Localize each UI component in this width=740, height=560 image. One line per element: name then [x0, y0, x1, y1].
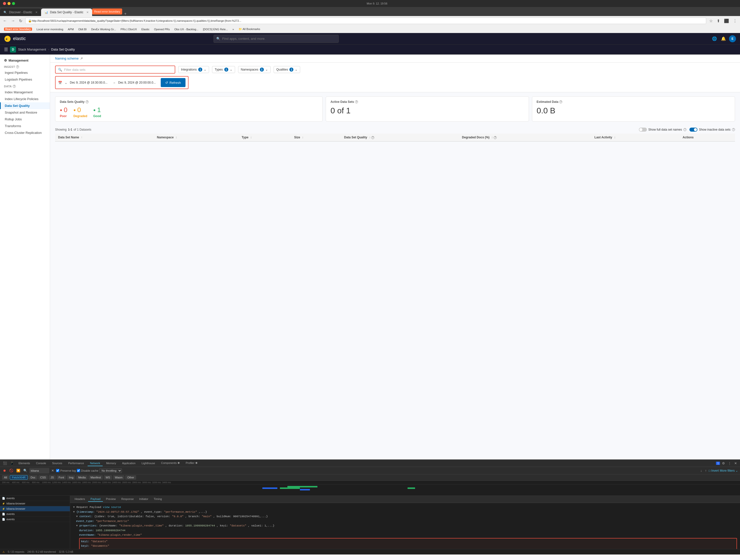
- devtools-tab-performance[interactable]: Performance: [66, 461, 87, 466]
- bookmark-button[interactable]: ☆: [708, 17, 714, 24]
- sidebar-item-rollup-jobs[interactable]: Rollup Jobs: [0, 116, 50, 123]
- tab-discover[interactable]: 🔍 Discover - Elastic ✕: [0, 8, 41, 16]
- devtools-tab-memory[interactable]: Memory: [104, 461, 119, 466]
- devtools-tab-elements[interactable]: Elements: [16, 461, 32, 466]
- bookmark-docs-eng[interactable]: [DOCS] ENG Rele...: [201, 27, 230, 31]
- sidebar-item-transforms[interactable]: Transforms: [0, 123, 50, 129]
- devtools-filter-button[interactable]: 🔽: [15, 468, 21, 473]
- sidebar-item-cross-cluster[interactable]: Cross-Cluster Replication: [0, 129, 50, 136]
- bookmark-opened-prs[interactable]: Opened PRs: [152, 27, 172, 31]
- date-from-input[interactable]: [70, 81, 110, 84]
- more-filters-label[interactable]: More filters ⌄: [720, 469, 738, 472]
- tab-error-boundary[interactable]: React error boundary: [92, 8, 122, 14]
- close-button[interactable]: [3, 2, 6, 5]
- context-expand[interactable]: ▼: [76, 515, 78, 518]
- quality-col-help[interactable]: ?: [371, 136, 374, 139]
- sidebar-item-ingest-pipelines[interactable]: Ingest Pipelines: [0, 69, 50, 76]
- tab-close-discover[interactable]: ✕: [35, 11, 37, 14]
- devtools-more-button[interactable]: ⋮: [727, 461, 732, 466]
- request-events-3[interactable]: 📄 events: [0, 517, 70, 522]
- share-button[interactable]: ⬆: [716, 17, 721, 24]
- col-last-activity[interactable]: Last Activity ↕: [591, 134, 680, 141]
- preserve-log-checkbox[interactable]: [56, 469, 59, 472]
- col-namespace[interactable]: Namespace ↕: [154, 134, 239, 141]
- devtools-tab-console[interactable]: Console: [33, 461, 49, 466]
- devtools-import-button[interactable]: ↓: [700, 468, 703, 473]
- view-source-link[interactable]: view source: [103, 506, 121, 509]
- tag-all[interactable]: All: [2, 475, 9, 480]
- tag-ws[interactable]: WS: [104, 475, 112, 480]
- tag-wasm[interactable]: Wasm: [113, 475, 125, 480]
- types-dropdown[interactable]: Types 1 ⌄: [212, 66, 235, 73]
- devtools-tab-profiler[interactable]: Profiler ✱: [183, 460, 200, 466]
- estimated-help-icon[interactable]: ?: [559, 100, 562, 103]
- detail-tab-response[interactable]: Response: [119, 497, 136, 502]
- full-names-toggle[interactable]: [639, 128, 647, 132]
- globe-icon-button[interactable]: 🌐: [711, 35, 718, 42]
- col-degraded[interactable]: Degraded Docs (%) ↕ ?: [459, 134, 591, 141]
- degraded-col-help[interactable]: ?: [494, 136, 497, 139]
- notifications-button[interactable]: 🔔: [720, 35, 727, 42]
- forward-button[interactable]: →: [10, 17, 16, 24]
- devtools-tab-network[interactable]: Network: [88, 461, 103, 466]
- elastic-logo[interactable]: e elastic: [4, 35, 26, 42]
- detail-tab-payload[interactable]: Payload: [88, 497, 103, 502]
- disable-cache-checkbox[interactable]: [77, 469, 80, 472]
- back-button[interactable]: ←: [2, 17, 8, 24]
- devtools-record-button[interactable]: ⏺: [2, 468, 7, 473]
- bookmark-elastic[interactable]: Elastic: [140, 27, 152, 31]
- sidebar-toggle-button[interactable]: ☰: [4, 47, 8, 52]
- timestamp-expand[interactable]: ▼: [73, 511, 75, 514]
- filter-search-box[interactable]: 🔍 Filter data sets: [55, 66, 175, 74]
- devtools-inspect-button[interactable]: ⬛: [2, 461, 8, 466]
- date-chevron[interactable]: ⌄: [65, 81, 67, 85]
- devtools-responsive-button[interactable]: 📱: [9, 461, 15, 466]
- active-help-icon[interactable]: ?: [355, 100, 358, 103]
- menu-button[interactable]: ⋮: [732, 17, 738, 24]
- new-tab-button[interactable]: +: [122, 11, 128, 16]
- user-avatar[interactable]: E: [729, 35, 736, 42]
- tag-img[interactable]: Img: [67, 475, 75, 480]
- bookmark-local-error[interactable]: Local error moniroting: [34, 27, 65, 31]
- detail-tab-preview[interactable]: Preview: [103, 497, 118, 502]
- devtools-tab-sources[interactable]: Sources: [50, 461, 65, 466]
- reload-button[interactable]: ↻: [18, 17, 23, 24]
- tab-dataset-quality[interactable]: 📊 Data Set Quality - Elastic ✕: [41, 8, 92, 16]
- refresh-button[interactable]: ↺ Refresh: [161, 78, 185, 87]
- request-kibana-browser-2[interactable]: ⚡ kibana-browser: [0, 506, 70, 512]
- devtools-tab-components[interactable]: Components ✱: [159, 460, 182, 466]
- devtools-clear-filter-button[interactable]: ✕: [50, 468, 55, 473]
- devtools-tab-application[interactable]: Application: [120, 461, 138, 466]
- tag-css[interactable]: CSS: [38, 475, 48, 480]
- integrations-dropdown[interactable]: Integrations 1 ⌄: [178, 66, 209, 73]
- global-search[interactable]: 🔍 Find apps, content, and more.: [213, 35, 339, 43]
- bookmark-prs[interactable]: PRs | ObxUX: [119, 27, 139, 31]
- col-size[interactable]: Size ↕: [291, 134, 341, 141]
- tag-js[interactable]: JS: [49, 475, 56, 480]
- bookmark-more[interactable]: »: [230, 27, 236, 31]
- detail-tab-timing[interactable]: Timing: [151, 497, 165, 502]
- sidebar-item-logstash-pipelines[interactable]: Logstash Pipelines: [0, 76, 50, 83]
- date-to-input[interactable]: [118, 81, 158, 84]
- address-bar[interactable]: 🔒 http://localhost:5601/ruz/app/manageme…: [25, 17, 706, 24]
- data-help-icon[interactable]: ?: [13, 85, 16, 88]
- col-dataset-name[interactable]: Data Set Name ↑: [55, 134, 154, 141]
- minimize-button[interactable]: [7, 2, 10, 5]
- ingest-help-icon[interactable]: ?: [16, 65, 19, 68]
- quality-help-icon[interactable]: ?: [86, 100, 89, 103]
- sidebar-item-index-lifecycle[interactable]: Index Lifecycle Policies: [0, 96, 50, 102]
- payload-expand-icon[interactable]: ▼: [73, 506, 75, 509]
- sidebar-item-index-management[interactable]: Index Management: [0, 89, 50, 96]
- request-events-2[interactable]: 📄 events: [0, 512, 70, 517]
- request-events-1[interactable]: 📄 events: [0, 496, 70, 501]
- bookmark-oblt-bi[interactable]: Oblt BI: [76, 27, 89, 31]
- qualities-dropdown[interactable]: Qualities 1 ⌄: [274, 66, 300, 73]
- bookmark-obs-ux[interactable]: Obs UX - Backlog...: [172, 27, 200, 31]
- tag-font[interactable]: Font: [57, 475, 66, 480]
- tab-close-dataset[interactable]: ✕: [86, 11, 89, 14]
- sidebar-item-dataset-quality[interactable]: Data Set Quality: [0, 102, 50, 109]
- breadcrumb-stack-management[interactable]: Stack Management: [18, 47, 46, 51]
- devtools-search-button[interactable]: 🔍: [22, 468, 28, 473]
- request-kibana-browser-1[interactable]: ⚡ kibana-browser: [0, 501, 70, 506]
- devtools-export-button[interactable]: ↑: [704, 468, 708, 473]
